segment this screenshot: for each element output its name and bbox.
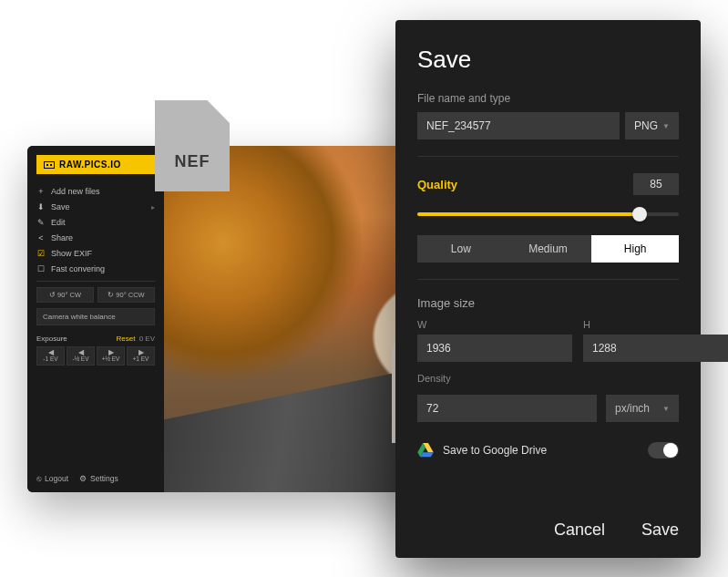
logout-button[interactable]: ⎋Logout xyxy=(36,474,68,483)
ev-minus-1[interactable]: ◀-1 EV xyxy=(36,346,65,366)
share-icon: < xyxy=(36,233,46,242)
quality-value: 85 xyxy=(633,173,679,195)
density-input[interactable] xyxy=(417,395,597,422)
gdrive-label: Save to Google Drive xyxy=(443,444,547,457)
quality-segments: Low Medium High xyxy=(417,235,679,263)
gdrive-toggle[interactable] xyxy=(648,442,679,459)
menu-add-files[interactable]: + Add new files xyxy=(36,187,155,196)
rotate-cw-button[interactable]: ↻ 90° CCW xyxy=(97,287,155,303)
ev-minus-half[interactable]: ◀-½ EV xyxy=(67,346,95,366)
menu-label: Share xyxy=(51,233,73,242)
menu-label: Show EXIF xyxy=(51,249,92,258)
save-dialog: Save File name and type PNG ▼ Quality 85… xyxy=(395,20,701,558)
menu-save[interactable]: ⬇ Save ▸ xyxy=(36,202,155,211)
exposure-reset-button[interactable]: Reset xyxy=(117,335,136,343)
image-size-label: Image size xyxy=(417,296,679,310)
checkbox-empty-icon: ☐ xyxy=(36,264,46,273)
chevron-down-icon: ▼ xyxy=(662,122,670,130)
toggle-knob xyxy=(663,443,678,458)
cancel-button[interactable]: Cancel xyxy=(554,520,605,540)
rotate-controls: ↺ 90° CW ↻ 90° CCW xyxy=(36,287,155,303)
checkbox-checked-icon: ☑ xyxy=(36,249,46,258)
exposure-header: Exposure Reset 0 EV xyxy=(36,335,155,343)
width-label: W xyxy=(417,319,572,330)
gdrive-row: Save to Google Drive xyxy=(417,442,679,459)
filename-input[interactable] xyxy=(417,112,620,139)
logo-badge: RAW.PICS.IO xyxy=(36,155,155,174)
save-button[interactable]: Save xyxy=(641,520,679,540)
google-drive-icon xyxy=(417,443,434,458)
logo-text: RAW.PICS.IO xyxy=(59,160,121,170)
editor-sidebar: RAW.PICS.IO + Add new files ⬇ Save ▸ ✎ E… xyxy=(27,146,164,492)
quality-label: Quality xyxy=(417,178,457,191)
menu-label: Save xyxy=(51,202,70,211)
quality-header: Quality 85 xyxy=(417,173,679,195)
dialog-title: Save xyxy=(417,46,679,74)
density-unit-value: px/inch xyxy=(615,402,650,415)
menu-label: Fast convering xyxy=(51,264,105,273)
menu-fast-convering[interactable]: ☐ Fast convering xyxy=(36,264,155,273)
ev-steps: ◀-1 EV ◀-½ EV ▶+½ EV ▶+1 EV xyxy=(36,346,155,366)
menu-edit[interactable]: ✎ Edit xyxy=(36,218,155,227)
download-icon: ⬇ xyxy=(36,202,46,211)
settings-button[interactable]: ⚙Settings xyxy=(79,474,118,483)
quality-medium-button[interactable]: Medium xyxy=(505,235,592,263)
gear-icon: ⚙ xyxy=(79,474,87,483)
exposure-label: Exposure xyxy=(36,335,67,343)
rotate-ccw-button[interactable]: ↺ 90° CW xyxy=(36,287,94,303)
width-input[interactable] xyxy=(417,335,572,362)
ev-plus-1[interactable]: ▶+1 EV xyxy=(127,346,155,366)
logout-icon: ⎋ xyxy=(36,474,41,483)
file-ext-label: NEF xyxy=(175,152,210,171)
dialog-actions: Cancel Save xyxy=(417,502,679,540)
menu-label: Edit xyxy=(51,218,66,227)
quality-low-button[interactable]: Low xyxy=(417,235,505,263)
quality-slider[interactable] xyxy=(417,206,679,222)
filetype-select[interactable]: PNG ▼ xyxy=(625,112,679,139)
editor-menu: + Add new files ⬇ Save ▸ ✎ Edit < Share … xyxy=(36,187,155,273)
menu-share[interactable]: < Share xyxy=(36,233,155,242)
menu-show-exif[interactable]: ☑ Show EXIF xyxy=(36,249,155,258)
chevron-right-icon: ▸ xyxy=(151,203,155,211)
sidebar-footer: ⎋Logout ⚙Settings xyxy=(36,465,155,483)
ev-plus-half[interactable]: ▶+½ EV xyxy=(97,346,125,366)
pencil-icon: ✎ xyxy=(36,218,46,227)
filename-label: File name and type xyxy=(417,92,679,105)
height-label: H xyxy=(583,319,728,330)
height-input[interactable] xyxy=(583,335,728,362)
density-unit-select[interactable]: px/inch ▼ xyxy=(606,395,679,422)
logo-icon xyxy=(44,161,55,169)
density-label: Density xyxy=(417,373,679,384)
plus-icon: + xyxy=(36,187,46,196)
filetype-value: PNG xyxy=(634,119,658,132)
white-balance-button[interactable]: Camera white balance xyxy=(36,308,155,325)
menu-label: Add new files xyxy=(51,187,100,196)
chevron-down-icon: ▼ xyxy=(662,405,670,413)
quality-high-button[interactable]: High xyxy=(591,235,679,263)
separator xyxy=(417,156,679,157)
separator xyxy=(417,279,679,280)
exposure-value: 0 EV xyxy=(139,335,155,343)
separator xyxy=(36,281,155,282)
file-type-badge: NEF xyxy=(155,100,230,191)
slider-thumb[interactable] xyxy=(632,207,647,222)
